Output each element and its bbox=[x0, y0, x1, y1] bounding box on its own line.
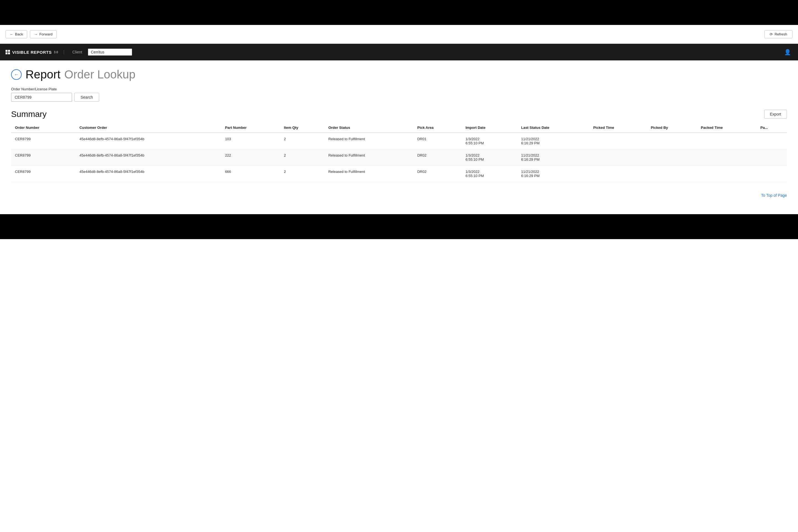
user-icon: 👤 bbox=[784, 49, 791, 55]
search-button-label: Search bbox=[81, 95, 93, 99]
table-container: Order Number Customer Order Part Number … bbox=[11, 123, 787, 182]
cell-item-qty: 2 bbox=[280, 166, 324, 182]
cell-extra bbox=[757, 149, 787, 166]
cell-part-number: 222 bbox=[221, 149, 280, 166]
nav-bar: ← Back → Forward ⟳ Refresh bbox=[0, 25, 798, 44]
summary-title: Summary bbox=[11, 110, 46, 119]
cell-order-status: Released to Fulfillment bbox=[324, 166, 413, 182]
cell-extra bbox=[757, 166, 787, 182]
main-content: ← Report Order Lookup Order Number/Licen… bbox=[0, 60, 798, 214]
cell-customer-order: 45e446d8-8efb-4574-86a8-5f47f1ef354b bbox=[76, 149, 221, 166]
col-picked-time: Picked Time bbox=[589, 123, 647, 133]
cell-order-number: CER8799 bbox=[11, 166, 76, 182]
header-row: Order Number Customer Order Part Number … bbox=[11, 123, 787, 133]
cell-order-status: Released to Fulfillment bbox=[324, 149, 413, 166]
cell-last-status-date: 11/21/20226:16:29 PM bbox=[517, 149, 589, 166]
back-arrow-icon: ← bbox=[10, 32, 13, 36]
bottom-black-bar bbox=[0, 214, 798, 239]
back-label: Back bbox=[15, 32, 23, 36]
page-back-button[interactable]: ← bbox=[11, 69, 22, 80]
cell-customer-order: 45e446d8-8efb-4574-86a8-5f47f1ef354b bbox=[76, 133, 221, 149]
forward-arrow-icon: → bbox=[34, 32, 38, 36]
cell-order-status: Released to Fulfillment bbox=[324, 133, 413, 149]
cell-part-number: 666 bbox=[221, 166, 280, 182]
cell-order-number: CER8799 bbox=[11, 133, 76, 149]
app-logo: VISIBLE REPORTS 3.0 bbox=[5, 50, 64, 55]
cell-picked-time bbox=[589, 149, 647, 166]
cell-import-date: 1/3/20226:55:10 PM bbox=[462, 166, 517, 182]
cell-extra bbox=[757, 133, 787, 149]
search-row: Search bbox=[11, 93, 787, 102]
page-title-main: Report bbox=[25, 69, 60, 80]
cell-picked-by bbox=[647, 166, 697, 182]
logo-grid-icon bbox=[5, 50, 10, 54]
cell-picked-by bbox=[647, 149, 697, 166]
back-circle-icon: ← bbox=[14, 72, 19, 78]
search-button[interactable]: Search bbox=[74, 93, 99, 102]
cell-picked-time bbox=[589, 133, 647, 149]
refresh-icon: ⟳ bbox=[770, 32, 773, 36]
page-title-row: ← Report Order Lookup bbox=[11, 69, 787, 80]
search-area: Order Number/License Plate Search bbox=[11, 87, 787, 102]
client-label: Client bbox=[72, 50, 82, 54]
app-version: 3.0 bbox=[54, 51, 58, 54]
to-top-link[interactable]: To Top of Page bbox=[761, 193, 787, 197]
cell-last-status-date: 11/21/20226:16:29 PM bbox=[517, 133, 589, 149]
cell-part-number: 103 bbox=[221, 133, 280, 149]
cell-packed-time bbox=[697, 133, 757, 149]
cell-import-date: 1/3/20226:55:10 PM bbox=[462, 133, 517, 149]
forward-label: Forward bbox=[39, 32, 53, 36]
cell-picked-by bbox=[647, 133, 697, 149]
cell-packed-time bbox=[697, 149, 757, 166]
col-order-status: Order Status bbox=[324, 123, 413, 133]
cell-packed-time bbox=[697, 166, 757, 182]
cell-import-date: 1/3/20226:55:10 PM bbox=[462, 149, 517, 166]
col-order-number: Order Number bbox=[11, 123, 76, 133]
col-packed-time: Packed Time bbox=[697, 123, 757, 133]
back-button[interactable]: ← Back bbox=[5, 30, 27, 38]
search-input[interactable] bbox=[11, 93, 72, 102]
col-last-status-date: Last Status Date bbox=[517, 123, 589, 133]
col-part-number: Part Number bbox=[221, 123, 280, 133]
forward-button[interactable]: → Forward bbox=[30, 30, 57, 38]
top-black-bar bbox=[0, 0, 798, 25]
export-button-label: Export bbox=[770, 112, 781, 116]
app-name: VISIBLE REPORTS bbox=[12, 50, 52, 55]
cell-item-qty: 2 bbox=[280, 133, 324, 149]
cell-pick-area: DR02 bbox=[413, 166, 462, 182]
col-extra: Pa... bbox=[757, 123, 787, 133]
col-picked-by: Picked By bbox=[647, 123, 697, 133]
table-row: CER879945e446d8-8efb-4574-86a8-5f47f1ef3… bbox=[11, 149, 787, 166]
col-pick-area: Pick Area bbox=[413, 123, 462, 133]
search-label: Order Number/License Plate bbox=[11, 87, 787, 91]
cell-customer-order: 45e446d8-8efb-4574-86a8-5f47f1ef354b bbox=[76, 166, 221, 182]
refresh-button[interactable]: ⟳ Refresh bbox=[764, 30, 793, 38]
summary-header-row: Summary Export bbox=[11, 110, 787, 119]
col-item-qty: Item Qty bbox=[280, 123, 324, 133]
page-title-sub: Order Lookup bbox=[64, 69, 135, 80]
table-row: CER879945e446d8-8efb-4574-86a8-5f47f1ef3… bbox=[11, 166, 787, 182]
col-import-date: Import Date bbox=[462, 123, 517, 133]
summary-table: Order Number Customer Order Part Number … bbox=[11, 123, 787, 182]
col-customer-order: Customer Order bbox=[76, 123, 221, 133]
table-row: CER879945e446d8-8efb-4574-86a8-5f47f1ef3… bbox=[11, 133, 787, 149]
refresh-label: Refresh bbox=[775, 32, 787, 36]
app-header: VISIBLE REPORTS 3.0 Client 👤 bbox=[0, 44, 798, 60]
to-top-row: To Top of Page bbox=[11, 193, 787, 197]
cell-order-number: CER8799 bbox=[11, 149, 76, 166]
export-button[interactable]: Export bbox=[764, 110, 787, 119]
cell-last-status-date: 11/21/20226:16:29 PM bbox=[517, 166, 589, 182]
cell-pick-area: DR01 bbox=[413, 133, 462, 149]
cell-picked-time bbox=[589, 166, 647, 182]
client-input[interactable] bbox=[88, 49, 132, 56]
cell-pick-area: DR02 bbox=[413, 149, 462, 166]
user-menu-button[interactable]: 👤 bbox=[782, 47, 793, 57]
table-header: Order Number Customer Order Part Number … bbox=[11, 123, 787, 133]
cell-item-qty: 2 bbox=[280, 149, 324, 166]
table-body: CER879945e446d8-8efb-4574-86a8-5f47f1ef3… bbox=[11, 133, 787, 182]
